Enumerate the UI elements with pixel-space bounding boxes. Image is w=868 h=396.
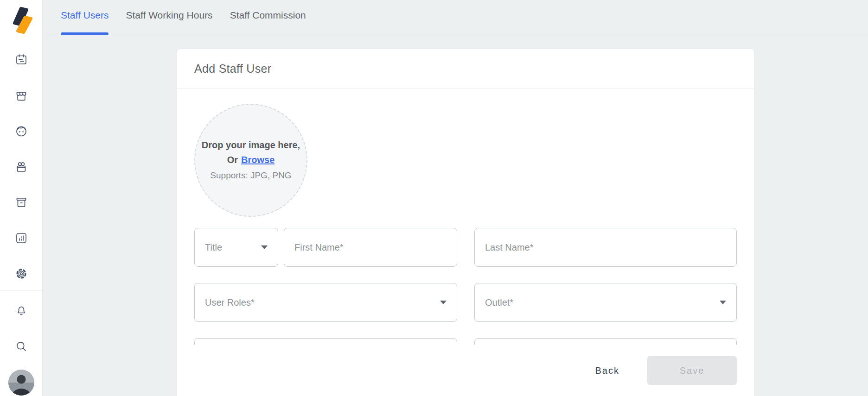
sidebar-item-customers[interactable] [13,123,29,139]
search-button[interactable] [13,339,29,354]
tab-staff-users[interactable]: Staff Users [61,10,108,35]
logo-icon [8,4,34,34]
sidebar-item-store[interactable] [13,88,29,103]
sidebar-item-reports[interactable] [13,230,29,246]
main-area: Staff Users Staff Working Hours Staff Co… [43,0,868,396]
sidebar-item-packages[interactable] [13,159,29,175]
name-subrow: Title [194,228,457,267]
app-logo[interactable] [8,4,34,34]
chevron-down-icon [261,245,268,249]
sidebar-item-settings[interactable] [13,266,29,282]
avatar-photo [8,370,34,396]
image-dropzone[interactable]: Drop your image here, OrBrowse Supports:… [194,104,307,217]
outlet-placeholder: Outlet* [485,297,513,308]
notifications-button[interactable] [13,302,29,318]
last-name-input[interactable] [474,228,737,267]
dropzone-text-line1: Drop your image here, [202,140,300,151]
form-row-2: User Roles* Outlet* [194,283,737,322]
sidebar [0,0,43,396]
user-roles-select[interactable]: User Roles* [194,283,457,322]
dropzone-or-text: Or [227,155,238,165]
outlet-select[interactable]: Outlet* [474,283,737,322]
save-button[interactable]: Save [647,356,737,385]
add-staff-user-card: Add Staff User Drop your image here, OrB… [177,49,754,396]
sidebar-divider [0,290,42,291]
sidebar-item-calendar[interactable] [13,52,29,68]
bar-chart-icon [14,231,28,245]
card-footer: Back Save [177,345,754,396]
calendar-icon [14,53,28,67]
tab-bar: Staff Users Staff Working Hours Staff Co… [43,0,868,35]
gift-icon [14,160,28,174]
title-select-placeholder: Title [205,242,222,253]
back-button[interactable]: Back [590,356,625,385]
bell-icon [14,303,28,317]
browse-link[interactable]: Browse [241,155,274,165]
page-title: Add Staff User [194,62,271,75]
storefront-icon [14,88,28,102]
tab-staff-working-hours[interactable]: Staff Working Hours [126,10,212,35]
dropzone-supports-text: Supports: JPG, PNG [210,170,291,181]
title-select[interactable]: Title [194,228,278,267]
tab-staff-commission[interactable]: Staff Commission [230,10,306,35]
card-body: Drop your image here, OrBrowse Supports:… [177,89,754,396]
chevron-down-icon [720,301,726,304]
form-row-1: Title [194,228,737,267]
search-icon [14,339,28,353]
chevron-down-icon [440,301,447,304]
face-icon [14,124,28,138]
sidebar-item-orders[interactable] [13,195,29,210]
archive-box-icon [14,195,28,209]
user-roles-placeholder: User Roles* [205,297,255,308]
user-avatar[interactable] [8,370,34,396]
first-name-input[interactable] [284,228,457,267]
dropzone-text-line2: OrBrowse [227,155,275,165]
gear-icon [14,267,28,281]
card-header: Add Staff User [177,49,754,89]
